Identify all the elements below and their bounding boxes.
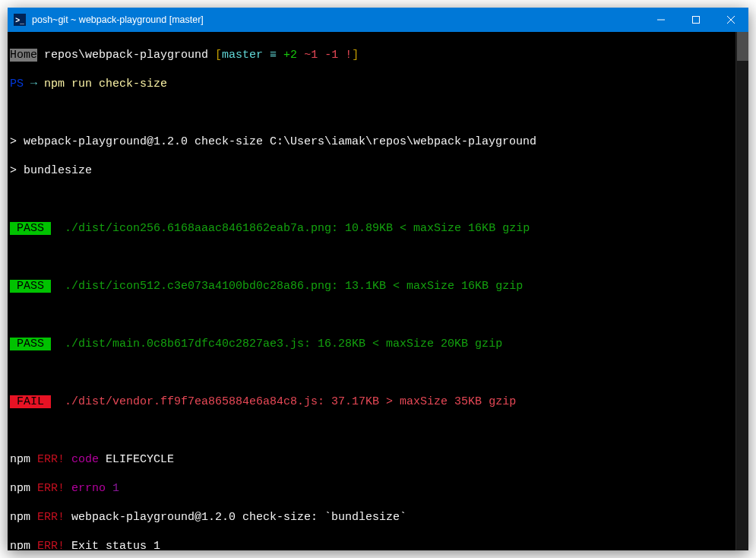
terminal-window: >_ posh~git ~ webpack-playground [master… — [8, 8, 748, 550]
blank-line — [10, 106, 732, 120]
titlebar[interactable]: >_ posh~git ~ webpack-playground [master… — [8, 8, 748, 32]
equiv: ≡ — [263, 49, 277, 62]
pass-line-2: ./dist/icon512.c3e073a4100bd0c28a86.png:… — [51, 280, 523, 293]
prompt-path: repos\webpack-playground — [37, 49, 215, 62]
npm-label: npm — [10, 511, 30, 524]
npm-header-2: > bundlesize — [10, 163, 732, 178]
bracket-open: [ — [215, 49, 222, 62]
blank-line — [10, 308, 732, 322]
npm-label: npm — [10, 482, 30, 495]
err-label: ERR! — [30, 482, 65, 495]
git-plus: +2 — [277, 49, 297, 62]
maximize-button[interactable] — [679, 8, 713, 32]
window-title: posh~git ~ webpack-playground [master] — [32, 14, 204, 25]
ps-label: PS — [10, 78, 24, 90]
git-exclaim: ! — [338, 49, 352, 62]
npm-header: > webpack-playground@1.2.0 check-size C:… — [10, 135, 732, 149]
fail-badge: FAIL — [10, 395, 51, 408]
pass-badge: PASS — [10, 338, 51, 350]
pass-badge: PASS — [10, 280, 51, 293]
powershell-icon: >_ — [14, 14, 26, 26]
bracket-close: ] — [352, 49, 359, 62]
vertical-scrollbar[interactable] — [735, 32, 748, 550]
err-label: ERR! — [30, 511, 65, 524]
npm-label: npm — [10, 453, 30, 466]
err-label: ERR! — [30, 453, 65, 466]
err-code-key: code — [65, 453, 99, 466]
blank-line — [10, 250, 732, 265]
blank-line — [10, 423, 732, 438]
home-badge: Home — [10, 49, 37, 62]
svg-rect-1 — [693, 17, 700, 24]
scrollbar-thumb[interactable] — [737, 32, 748, 61]
fail-line-1: ./dist/vendor.ff9f7ea865884e6a84c8.js: 3… — [51, 395, 516, 408]
err-msg: Exit status 1 — [65, 540, 160, 550]
git-minus: -1 — [318, 49, 338, 62]
close-button[interactable] — [713, 8, 748, 32]
minimize-button[interactable] — [644, 8, 679, 32]
blank-line — [10, 366, 732, 380]
err-errno-val: 1 — [106, 482, 119, 495]
pass-badge: PASS — [10, 222, 51, 235]
err-code-val: ELIFECYCLE — [99, 453, 174, 466]
command-text: npm run check-size — [44, 78, 167, 90]
npm-label: npm — [10, 540, 30, 550]
ps-arrow: → — [24, 78, 44, 90]
err-label: ERR! — [30, 540, 65, 550]
terminal-area[interactable]: Home repos\webpack-playground [master ≡ … — [8, 32, 748, 550]
scroll-down-icon[interactable] — [736, 537, 748, 550]
branch-name: master — [222, 49, 263, 62]
blank-line — [10, 192, 732, 207]
git-tilde: ~1 — [297, 49, 318, 62]
pass-line-3: ./dist/main.0c8b617dfc40c2827ae3.js: 16.… — [51, 338, 502, 350]
err-msg: webpack-playground@1.2.0 check-size: `bu… — [65, 511, 406, 524]
terminal-content[interactable]: Home repos\webpack-playground [master ≡ … — [8, 33, 734, 550]
pass-line-1: ./dist/icon256.6168aaac8461862eab7a.png:… — [51, 222, 530, 235]
err-errno-key: errno — [65, 482, 106, 495]
